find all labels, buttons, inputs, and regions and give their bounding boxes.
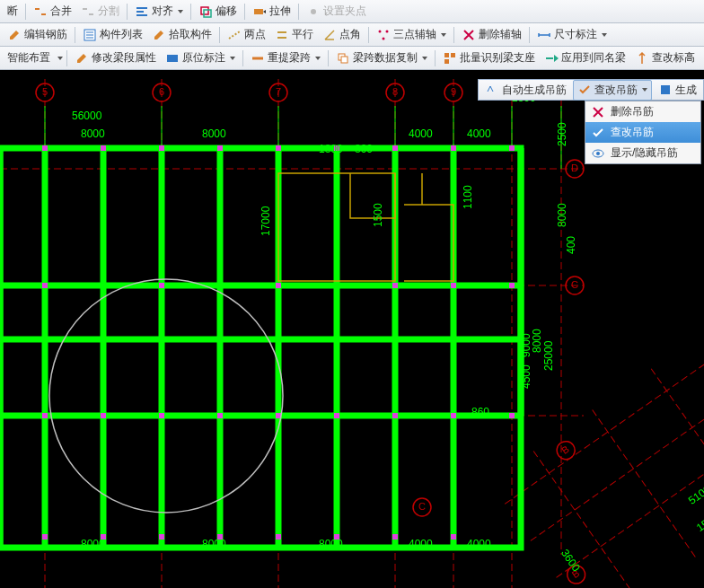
chevron-down-icon[interactable] xyxy=(422,57,427,60)
two-point-icon xyxy=(227,28,242,42)
svg-rect-77 xyxy=(334,413,339,418)
component-list-button[interactable]: 构件列表 xyxy=(79,25,146,44)
menu-item-showhide[interactable]: 显示/隐藏吊筋 xyxy=(585,143,700,163)
svg-point-89 xyxy=(49,279,283,513)
generate-button[interactable]: 生成 xyxy=(655,81,700,100)
label-icon xyxy=(165,51,180,66)
inplace-label-button[interactable]: 原位标注 xyxy=(162,48,239,67)
chevron-down-icon[interactable] xyxy=(315,57,321,60)
parallel-button[interactable]: 平行 xyxy=(271,25,317,44)
chevron-down-icon[interactable] xyxy=(178,10,183,13)
chevron-down-icon[interactable] xyxy=(57,57,63,60)
check-icon xyxy=(577,83,592,97)
svg-text:6: 6 xyxy=(159,86,164,97)
gen-icon xyxy=(658,83,673,97)
three-point-icon xyxy=(376,28,391,42)
svg-rect-79 xyxy=(451,413,456,418)
stretch-icon xyxy=(252,4,267,19)
svg-rect-58 xyxy=(101,145,106,151)
dimension-icon xyxy=(537,28,551,42)
svg-rect-66 xyxy=(42,283,48,288)
svg-rect-78 xyxy=(392,413,398,418)
svg-rect-81 xyxy=(42,534,48,540)
three-point-axis-button[interactable]: 三点辅轴 xyxy=(373,25,450,44)
chevron-down-icon[interactable] xyxy=(441,33,446,37)
eye-icon xyxy=(591,146,605,161)
check-modify-stirrup-button[interactable]: 查改吊筋 xyxy=(573,80,652,101)
pick-component-button[interactable]: 拾取构件 xyxy=(148,25,216,44)
two-point-button[interactable]: 两点 xyxy=(224,25,269,44)
svg-text:4000: 4000 xyxy=(467,127,491,140)
modify-beam-button[interactable]: 修改梁段属性 xyxy=(71,48,160,67)
svg-rect-15 xyxy=(451,53,455,57)
beam-data-copy-button[interactable]: 梁跨数据复制 xyxy=(332,48,431,67)
chevron-down-icon[interactable] xyxy=(602,33,607,37)
svg-text:4500: 4500 xyxy=(520,364,532,389)
svg-text:8000: 8000 xyxy=(81,538,105,550)
offset-button[interactable]: 偏移 xyxy=(195,2,241,21)
break-button[interactable]: 断 xyxy=(4,2,22,21)
pencil-icon xyxy=(75,51,89,66)
svg-text:2500: 2500 xyxy=(556,122,568,146)
batch-identify-button[interactable]: 批量识别梁支座 xyxy=(439,48,539,67)
svg-text:1800: 1800 xyxy=(319,143,343,155)
svg-rect-13 xyxy=(341,57,348,63)
apply-icon xyxy=(544,51,559,66)
menu-item-modify[interactable]: 查改吊筋 xyxy=(585,122,700,143)
svg-rect-1 xyxy=(136,11,144,13)
svg-line-31 xyxy=(557,413,704,578)
dimension-button[interactable]: 尺寸标注 xyxy=(533,25,611,44)
svg-text:56000: 56000 xyxy=(72,110,102,122)
merge-button[interactable]: 合并 xyxy=(30,2,75,21)
edit-rebar-button[interactable]: 编辑钢筋 xyxy=(4,25,71,44)
apply-same-beam-button[interactable]: 应用到同名梁 xyxy=(541,48,629,67)
svg-text:7: 7 xyxy=(276,86,281,97)
check-elevation-button[interactable]: 查改标高 xyxy=(631,48,699,67)
point-angle-button[interactable]: 点角 xyxy=(319,25,365,44)
parallel-icon xyxy=(275,28,289,42)
pick-icon xyxy=(152,28,166,42)
autogen-stirrup-button[interactable]: 自动生成吊筋 xyxy=(481,81,570,100)
svg-rect-63 xyxy=(392,145,398,151)
svg-text:4000: 4000 xyxy=(467,538,491,550)
chevron-down-icon[interactable] xyxy=(230,57,235,60)
svg-rect-75 xyxy=(217,413,223,418)
stretch-button[interactable]: 拉伸 xyxy=(249,2,295,21)
svg-point-6 xyxy=(311,9,316,14)
elevation-icon xyxy=(635,51,649,66)
svg-text:860: 860 xyxy=(471,406,489,418)
split-button: 分割 xyxy=(77,2,123,21)
svg-text:C: C xyxy=(571,279,578,290)
svg-text:8: 8 xyxy=(392,86,398,97)
align-button[interactable]: 对齐 xyxy=(131,2,187,21)
svg-rect-59 xyxy=(159,145,164,151)
svg-rect-80 xyxy=(509,413,515,418)
setpoint-button: 设置夹点 xyxy=(303,2,370,21)
menu-item-delete[interactable]: 删除吊筋 xyxy=(585,101,700,122)
svg-rect-16 xyxy=(444,59,449,64)
svg-text:5100: 5100 xyxy=(686,483,704,507)
svg-point-19 xyxy=(596,152,600,155)
split-icon xyxy=(81,4,95,19)
svg-text:1500: 1500 xyxy=(372,203,384,227)
delete-aux-axis-button[interactable]: 删除辅轴 xyxy=(458,25,525,44)
smart-layout-button[interactable]: 智能布置 xyxy=(4,48,54,67)
svg-rect-72 xyxy=(42,413,48,418)
svg-rect-14 xyxy=(444,53,449,57)
merge-icon xyxy=(33,4,48,19)
stirrup-dropdown-menu: 删除吊筋 查改吊筋 显示/隐藏吊筋 xyxy=(585,101,701,164)
svg-line-32 xyxy=(505,339,704,505)
svg-point-8 xyxy=(379,30,382,32)
svg-line-34 xyxy=(593,410,696,557)
angle-icon xyxy=(322,28,337,42)
svg-rect-64 xyxy=(451,145,456,151)
chevron-down-icon[interactable] xyxy=(642,88,647,92)
svg-rect-85 xyxy=(276,534,281,540)
svg-text:8000: 8000 xyxy=(202,127,226,140)
svg-text:400: 400 xyxy=(565,236,577,254)
svg-text:1100: 1100 xyxy=(462,185,474,209)
rebrace-button[interactable]: 重提梁跨 xyxy=(247,48,324,67)
svg-rect-65 xyxy=(509,145,515,151)
svg-text:8000: 8000 xyxy=(202,538,226,550)
svg-text:8000: 8000 xyxy=(319,538,343,550)
